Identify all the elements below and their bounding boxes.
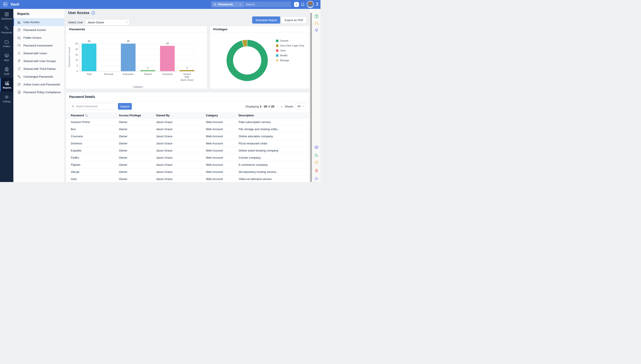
cell-category: Web Account <box>206 128 238 131</box>
bar-value-label: 1 <box>177 66 197 69</box>
scrollbar-thumb[interactable] <box>310 13 312 182</box>
vault-logo-icon[interactable] <box>3 2 8 7</box>
legend-label: Manage <box>280 59 289 62</box>
bar-total[interactable] <box>82 44 96 71</box>
search-category-dropdown[interactable]: Passwords <box>212 2 244 7</box>
sidebar-item-settings[interactable]: Settings <box>0 92 13 106</box>
table-row[interactable]: CourseraOwnerJason GraceWeb AccountOnlin… <box>66 133 309 140</box>
search-icon <box>214 3 216 6</box>
legend-swatch <box>276 59 278 62</box>
table-row[interactable]: GitLabOwnerJason GraceWeb AccountGit rep… <box>66 168 309 176</box>
legend-label: View <box>280 49 286 52</box>
main-content: User Access Select User Jason Grace ▼ Sc… <box>64 9 310 182</box>
global-search-input[interactable] <box>246 3 289 6</box>
password-search-input[interactable] <box>76 105 114 108</box>
legend-item-view[interactable]: View <box>276 49 304 52</box>
table-row[interactable]: FlipkartOwnerJason GraceWeb AccountE-com… <box>66 161 309 168</box>
zoho-logo-icon[interactable] <box>315 2 320 7</box>
sidebar-item-folders[interactable]: Folders <box>0 36 13 50</box>
sidebar-item-reports[interactable]: Reports <box>0 78 13 92</box>
password-details-card: Password Details Search Displaying 1 - 2… <box>66 92 309 182</box>
report-nav-shared-with-users[interactable]: Shared with Users <box>13 50 64 57</box>
schedule-report-button[interactable]: Schedule Report <box>252 16 280 24</box>
report-nav-shared-with-third-parties[interactable]: Shared with Third Parties <box>13 65 64 73</box>
report-nav-active-users-and-passwords[interactable]: Active Users and Passwords <box>13 80 64 88</box>
pie-chart-icon <box>17 28 21 32</box>
sidebar-item-audit[interactable]: Audit <box>0 64 13 78</box>
help-icon[interactable] <box>314 14 319 18</box>
password-details-title: Password Details <box>66 92 309 101</box>
dropdown-caret-icon: ▼ <box>126 21 128 23</box>
legend-item-modify[interactable]: Modify <box>276 54 304 57</box>
feedback-chat-icon[interactable] <box>314 160 319 165</box>
cell-description: E-commerce company. <box>238 163 309 166</box>
sort-icon[interactable] <box>85 114 88 117</box>
prev-page-icon[interactable]: ‹ <box>276 104 279 108</box>
dark-mode-moon-icon[interactable] <box>314 153 319 157</box>
keyboard-display-icon[interactable] <box>314 145 319 150</box>
bar-shared[interactable] <box>180 70 194 71</box>
x-axis-label: Shared <box>138 73 158 76</box>
report-nav-unchanged-passwords[interactable]: Unchanged Passwords <box>13 73 64 80</box>
gauge-chart-icon <box>17 44 21 48</box>
x-axis-title: Category <box>79 86 197 88</box>
cell-password: Dominos <box>71 142 119 145</box>
legend-item-owned[interactable]: Owned <box>276 40 304 42</box>
notifications-button[interactable] <box>300 2 305 7</box>
cell-description: Online travel booking company. <box>238 149 309 152</box>
table-row[interactable]: DominosOwnerJason GraceWeb AccountPizza … <box>66 140 309 147</box>
password-search-box <box>70 103 117 110</box>
report-nav-user-access[interactable]: User Access <box>13 18 64 26</box>
search-button[interactable]: Search <box>118 103 132 110</box>
cell-password: Amazon Prime <box>71 120 119 124</box>
page-size-dropdown[interactable]: 20 ▼ <box>295 103 306 110</box>
sidebar-item-label: Reports <box>3 86 11 89</box>
sidebar-item-dashboard[interactable]: Dashboard <box>0 9 13 23</box>
headset-icon[interactable] <box>314 21 319 26</box>
column-owned-by: Owned By <box>156 114 206 117</box>
user-avatar[interactable] <box>307 1 314 8</box>
table-row[interactable]: FedExOwnerJason GraceWeb AccountCourier … <box>66 154 309 161</box>
megaphone-icon[interactable] <box>314 28 319 32</box>
legend-label: Modify <box>280 54 288 57</box>
reports-panel-title: Reports <box>13 9 64 18</box>
webcam-icon[interactable] <box>314 168 319 173</box>
cell-access-privilege: Owner <box>119 149 156 152</box>
legend-item-manage[interactable]: Manage <box>276 59 304 62</box>
next-page-icon[interactable]: › <box>280 104 283 108</box>
donut-segment-one-click-login-only[interactable] <box>243 43 247 44</box>
bar-value-label: 25 <box>118 40 138 42</box>
cell-access-privilege: Owner <box>119 163 156 166</box>
cell-owned-by: Jason Grace <box>156 177 206 181</box>
donut-segment-owned[interactable] <box>230 43 265 78</box>
report-nav-label: User Access <box>23 20 40 24</box>
add-button[interactable] <box>294 2 299 7</box>
table-row[interactable]: HuluOwnerJason GraceWeb AccountVideo-on-… <box>66 176 309 182</box>
bar-enterprise[interactable] <box>121 44 136 71</box>
pagination: Displaying 1 - 20 of 25 ‹ › Shows 20 ▼ <box>246 103 306 110</box>
legend-item-one-click-login-only[interactable]: One-Click Login Only <box>276 44 304 47</box>
report-nav-password-access[interactable]: Password Access <box>13 26 64 34</box>
bar-shared[interactable] <box>140 70 155 71</box>
info-icon[interactable] <box>91 11 95 15</box>
table-row[interactable]: BoxOwnerJason GraceWeb AccountFile stora… <box>66 126 309 133</box>
send-plane-icon[interactable] <box>314 176 319 180</box>
report-nav-password-policy-compliance[interactable]: Password Policy Compliance <box>13 88 64 96</box>
sidebar-item-apps[interactable]: SSOApps <box>0 50 13 64</box>
cell-description: File storage and sharing softw... <box>238 128 309 131</box>
table-row[interactable]: Amazon PrimeOwnerJason GraceWeb AccountP… <box>66 118 309 126</box>
report-nav-folder-access[interactable]: Folder Access <box>13 34 64 42</box>
table-row[interactable]: ExpediaOwnerJason GraceWeb AccountOnline… <box>66 147 309 154</box>
export-pdf-button[interactable]: Export as PDF <box>281 16 307 24</box>
select-user-dropdown[interactable]: Jason Grace ▼ <box>85 19 130 26</box>
sidebar-item-label: Passwords <box>1 31 12 34</box>
cell-password: Hulu <box>71 177 119 181</box>
column-category: Category <box>206 114 238 117</box>
report-nav-shared-with-user-groups[interactable]: Shared with User Groups <box>13 57 64 65</box>
global-search[interactable]: Passwords <box>212 2 291 7</box>
report-nav-password-assessment[interactable]: Password Assessment <box>13 42 64 50</box>
sidebar-item-passwords[interactable]: Passwords <box>0 23 13 36</box>
cell-category: Web Account <box>206 177 238 181</box>
chevron-down-icon <box>239 3 242 6</box>
bar-unshared[interactable] <box>160 46 175 71</box>
